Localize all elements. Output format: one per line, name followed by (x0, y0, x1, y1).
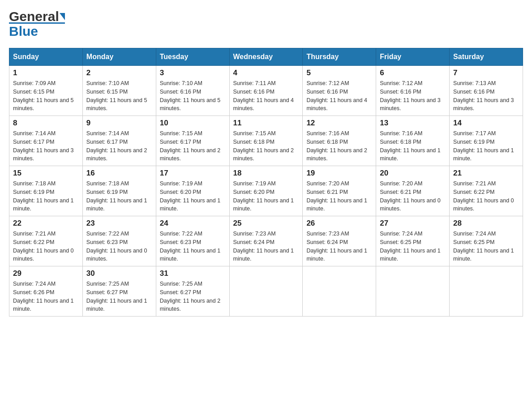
day-number: 21 (453, 169, 519, 178)
logo-line2: Blue (9, 22, 65, 39)
day-cell-27: 27 Sunrise: 7:24 AM Sunset: 6:25 PM Dayl… (376, 216, 450, 266)
day-info: Sunrise: 7:09 AM Sunset: 6:15 PM Dayligh… (13, 79, 79, 113)
day-info: Sunrise: 7:18 AM Sunset: 6:19 PM Dayligh… (86, 180, 152, 213)
page-header: General Blue (9, 9, 523, 39)
day-info: Sunrise: 7:20 AM Sunset: 6:21 PM Dayligh… (306, 180, 372, 213)
day-cell-23: 23 Sunrise: 7:22 AM Sunset: 6:23 PM Dayl… (82, 216, 156, 266)
day-number: 24 (160, 219, 226, 228)
day-cell-25: 25 Sunrise: 7:23 AM Sunset: 6:24 PM Dayl… (229, 216, 303, 266)
day-cell-10: 10 Sunrise: 7:15 AM Sunset: 6:17 PM Dayl… (156, 116, 229, 166)
day-number: 7 (453, 68, 519, 77)
weekday-header-monday: Monday (82, 48, 156, 66)
day-info: Sunrise: 7:24 AM Sunset: 6:25 PM Dayligh… (453, 230, 519, 263)
day-info: Sunrise: 7:12 AM Sunset: 6:16 PM Dayligh… (380, 79, 446, 113)
day-cell-9: 9 Sunrise: 7:14 AM Sunset: 6:17 PM Dayli… (82, 116, 156, 166)
day-info: Sunrise: 7:11 AM Sunset: 6:16 PM Dayligh… (233, 79, 299, 113)
day-info: Sunrise: 7:19 AM Sunset: 6:20 PM Dayligh… (160, 180, 226, 213)
day-cell-20: 20 Sunrise: 7:20 AM Sunset: 6:21 PM Dayl… (376, 166, 450, 216)
logo: General Blue (9, 9, 65, 39)
day-number: 29 (13, 269, 79, 278)
day-cell-16: 16 Sunrise: 7:18 AM Sunset: 6:19 PM Dayl… (82, 166, 156, 216)
empty-cell (303, 266, 376, 317)
day-number: 30 (86, 269, 152, 278)
day-info: Sunrise: 7:12 AM Sunset: 6:16 PM Dayligh… (306, 79, 372, 113)
day-number: 8 (13, 119, 79, 128)
day-number: 9 (86, 119, 152, 128)
day-info: Sunrise: 7:14 AM Sunset: 6:17 PM Dayligh… (86, 129, 152, 163)
week-row-4: 22 Sunrise: 7:21 AM Sunset: 6:22 PM Dayl… (9, 216, 523, 266)
day-info: Sunrise: 7:15 AM Sunset: 6:18 PM Dayligh… (233, 129, 299, 163)
day-cell-4: 4 Sunrise: 7:11 AM Sunset: 6:16 PM Dayli… (229, 66, 303, 116)
day-cell-31: 31 Sunrise: 7:25 AM Sunset: 6:27 PM Dayl… (156, 266, 229, 317)
day-info: Sunrise: 7:24 AM Sunset: 6:26 PM Dayligh… (13, 280, 79, 313)
day-cell-13: 13 Sunrise: 7:16 AM Sunset: 6:18 PM Dayl… (376, 116, 450, 166)
day-cell-19: 19 Sunrise: 7:20 AM Sunset: 6:21 PM Dayl… (303, 166, 376, 216)
weekday-header-row: SundayMondayTuesdayWednesdayThursdayFrid… (9, 48, 523, 66)
day-number: 18 (233, 169, 299, 178)
day-number: 10 (160, 119, 226, 128)
weekday-header-tuesday: Tuesday (156, 48, 229, 66)
day-info: Sunrise: 7:25 AM Sunset: 6:27 PM Dayligh… (160, 280, 226, 313)
day-number: 25 (233, 219, 299, 228)
day-cell-7: 7 Sunrise: 7:13 AM Sunset: 6:16 PM Dayli… (450, 66, 523, 116)
day-info: Sunrise: 7:10 AM Sunset: 6:16 PM Dayligh… (160, 79, 226, 113)
week-row-5: 29 Sunrise: 7:24 AM Sunset: 6:26 PM Dayl… (9, 266, 523, 317)
day-number: 16 (86, 169, 152, 178)
day-cell-6: 6 Sunrise: 7:12 AM Sunset: 6:16 PM Dayli… (376, 66, 450, 116)
day-info: Sunrise: 7:18 AM Sunset: 6:19 PM Dayligh… (13, 180, 79, 213)
weekday-header-friday: Friday (376, 48, 450, 66)
week-row-2: 8 Sunrise: 7:14 AM Sunset: 6:17 PM Dayli… (9, 116, 523, 166)
day-info: Sunrise: 7:23 AM Sunset: 6:24 PM Dayligh… (306, 230, 372, 263)
day-info: Sunrise: 7:21 AM Sunset: 6:22 PM Dayligh… (453, 180, 519, 213)
day-number: 23 (86, 219, 152, 228)
empty-cell (376, 266, 450, 317)
day-cell-24: 24 Sunrise: 7:22 AM Sunset: 6:23 PM Dayl… (156, 216, 229, 266)
day-cell-22: 22 Sunrise: 7:21 AM Sunset: 6:22 PM Dayl… (9, 216, 83, 266)
day-number: 26 (306, 219, 372, 228)
day-info: Sunrise: 7:16 AM Sunset: 6:18 PM Dayligh… (306, 129, 372, 163)
day-number: 12 (306, 119, 372, 128)
day-cell-18: 18 Sunrise: 7:19 AM Sunset: 6:20 PM Dayl… (229, 166, 303, 216)
week-row-1: 1 Sunrise: 7:09 AM Sunset: 6:15 PM Dayli… (9, 66, 523, 116)
week-row-3: 15 Sunrise: 7:18 AM Sunset: 6:19 PM Dayl… (9, 166, 523, 216)
day-number: 4 (233, 68, 299, 77)
day-cell-15: 15 Sunrise: 7:18 AM Sunset: 6:19 PM Dayl… (9, 166, 83, 216)
day-number: 22 (13, 219, 79, 228)
weekday-header-thursday: Thursday (303, 48, 376, 66)
day-cell-8: 8 Sunrise: 7:14 AM Sunset: 6:17 PM Dayli… (9, 116, 83, 166)
day-cell-14: 14 Sunrise: 7:17 AM Sunset: 6:19 PM Dayl… (450, 116, 523, 166)
day-info: Sunrise: 7:16 AM Sunset: 6:18 PM Dayligh… (380, 129, 446, 163)
day-info: Sunrise: 7:20 AM Sunset: 6:21 PM Dayligh… (380, 180, 446, 213)
day-number: 5 (306, 68, 372, 77)
day-cell-28: 28 Sunrise: 7:24 AM Sunset: 6:25 PM Dayl… (450, 216, 523, 266)
day-number: 28 (453, 219, 519, 228)
day-number: 20 (380, 169, 446, 178)
day-info: Sunrise: 7:14 AM Sunset: 6:17 PM Dayligh… (13, 129, 79, 163)
day-info: Sunrise: 7:19 AM Sunset: 6:20 PM Dayligh… (233, 180, 299, 213)
day-number: 27 (380, 219, 446, 228)
day-number: 15 (13, 169, 79, 178)
day-number: 1 (13, 68, 79, 77)
day-cell-17: 17 Sunrise: 7:19 AM Sunset: 6:20 PM Dayl… (156, 166, 229, 216)
day-info: Sunrise: 7:10 AM Sunset: 6:15 PM Dayligh… (86, 79, 152, 113)
day-number: 19 (306, 169, 372, 178)
day-cell-26: 26 Sunrise: 7:23 AM Sunset: 6:24 PM Dayl… (303, 216, 376, 266)
day-number: 31 (160, 269, 226, 278)
calendar-table: SundayMondayTuesdayWednesdayThursdayFrid… (9, 48, 523, 317)
day-cell-11: 11 Sunrise: 7:15 AM Sunset: 6:18 PM Dayl… (229, 116, 303, 166)
day-info: Sunrise: 7:22 AM Sunset: 6:23 PM Dayligh… (86, 230, 152, 263)
day-cell-30: 30 Sunrise: 7:25 AM Sunset: 6:27 PM Dayl… (82, 266, 156, 317)
day-info: Sunrise: 7:13 AM Sunset: 6:16 PM Dayligh… (453, 79, 519, 113)
day-info: Sunrise: 7:24 AM Sunset: 6:25 PM Dayligh… (380, 230, 446, 263)
empty-cell (450, 266, 523, 317)
day-info: Sunrise: 7:22 AM Sunset: 6:23 PM Dayligh… (160, 230, 226, 263)
empty-cell (229, 266, 303, 317)
day-number: 3 (160, 68, 226, 77)
day-number: 17 (160, 169, 226, 178)
day-info: Sunrise: 7:17 AM Sunset: 6:19 PM Dayligh… (453, 129, 519, 163)
day-cell-1: 1 Sunrise: 7:09 AM Sunset: 6:15 PM Dayli… (9, 66, 83, 116)
day-cell-2: 2 Sunrise: 7:10 AM Sunset: 6:15 PM Dayli… (82, 66, 156, 116)
day-cell-12: 12 Sunrise: 7:16 AM Sunset: 6:18 PM Dayl… (303, 116, 376, 166)
logo-line1: General (9, 9, 65, 24)
weekday-header-saturday: Saturday (450, 48, 523, 66)
